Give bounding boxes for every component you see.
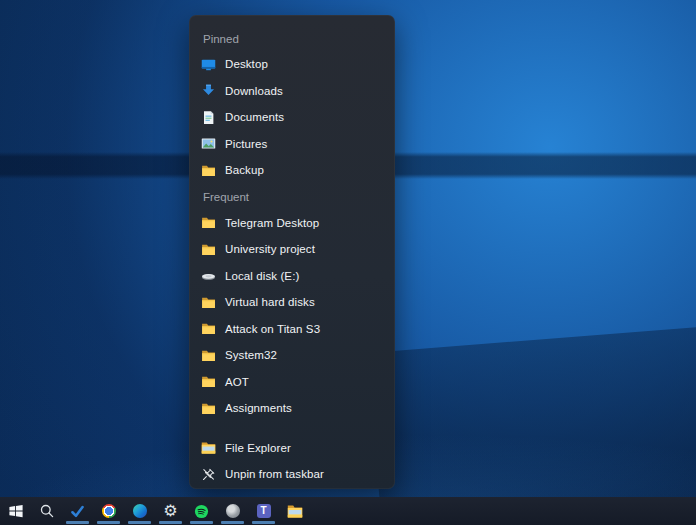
teams-icon: T [257,504,271,518]
taskbar-file-explorer-button[interactable] [279,497,310,525]
running-indicator [159,521,182,524]
jumplist-item-label: AOT [225,376,249,388]
jumplist-item-aot[interactable]: AOT [189,369,395,396]
jumplist-item-label: Virtual hard disks [225,296,315,308]
folder-icon [201,321,216,336]
jumplist-item-assignments[interactable]: Assignments [189,395,395,422]
taskbar-spotify-button[interactable] [186,497,217,525]
jumplist-item-pictures[interactable]: Pictures [189,131,395,158]
jumplist-section-frequent: Frequent [189,184,395,210]
chrome-icon [102,504,116,518]
unpin-icon [201,467,216,482]
jumplist-item-telegram-desktop[interactable]: Telegram Desktop [189,210,395,237]
taskbar-search-button[interactable] [31,497,62,525]
running-indicator [128,521,151,524]
jumplist-item-file-explorer[interactable]: File Explorer [189,435,395,462]
taskbar-settings-button[interactable]: ⚙ [155,497,186,525]
jumplist-item-documents[interactable]: Documents [189,104,395,131]
folder-icon [201,163,216,178]
file-explorer-icon [287,503,303,519]
jumplist-item-local-disk-e[interactable]: Local disk (E:) [189,263,395,290]
gray-app-icon [226,504,240,518]
jumplist-item-label: Unpin from taskbar [225,468,324,480]
jumplist-item-desktop[interactable]: Desktop [189,51,395,78]
jumplist-item-system32[interactable]: System32 [189,342,395,369]
jumplist-section-pinned: Pinned [189,27,395,51]
jumplist-item-label: File Explorer [225,442,291,454]
jumplist-item-virtual-hard-disks[interactable]: Virtual hard disks [189,289,395,316]
jumplist-item-university-project[interactable]: University project [189,236,395,263]
taskbar-chrome-button[interactable] [93,497,124,525]
jumplist-item-label: Desktop [225,58,268,70]
desktop-screen: Pinned Desktop Downloads Documents Pictu… [0,0,696,525]
taskbar-start-button[interactable] [0,497,31,525]
jumplist-tasks-separator [189,422,395,435]
jumplist-item-label: University project [225,243,315,255]
jumplist-item-attack-on-titan-s3[interactable]: Attack on Titan S3 [189,316,395,343]
folder-icon [201,242,216,257]
running-indicator [190,521,213,524]
folder-icon [201,215,216,230]
downloads-icon [201,83,216,98]
jumplist-item-label: Downloads [225,85,283,97]
jumplist-item-label: Local disk (E:) [225,270,299,282]
running-indicator [252,521,275,524]
jumplist-item-label: Telegram Desktop [225,217,319,229]
spotify-icon [194,504,209,519]
taskbar-gray-app-button[interactable] [217,497,248,525]
jumplist-item-label: Pictures [225,138,267,150]
jumplist-item-backup[interactable]: Backup [189,157,395,184]
taskbar-edge-button[interactable] [124,497,155,525]
search-icon [39,503,55,519]
jumplist-item-label: Attack on Titan S3 [225,323,320,335]
running-indicator [97,521,120,524]
jumplist-item-label: Documents [225,111,284,123]
folder-icon [201,401,216,416]
running-indicator [66,521,89,524]
taskbar: ⚙ T [0,497,696,525]
jumplist-item-label: System32 [225,349,277,361]
documents-icon [201,110,216,125]
folder-icon [201,374,216,389]
jumplist-item-unpin-from-taskbar[interactable]: Unpin from taskbar [189,461,395,488]
drive-icon [201,268,216,283]
start-icon [8,503,24,519]
settings-gear-icon: ⚙ [163,503,177,519]
desktop-icon [201,57,216,72]
folder-icon [201,295,216,310]
pictures-icon [201,136,216,151]
jumplist-item-label: Backup [225,164,264,176]
checkmark-app-icon [70,504,85,519]
folder-icon [201,348,216,363]
edge-icon [133,504,147,518]
taskbar-checkmark-app-button[interactable] [62,497,93,525]
jumplist-panel: Pinned Desktop Downloads Documents Pictu… [189,15,395,489]
taskbar-teams-button[interactable]: T [248,497,279,525]
jumplist-item-label: Assignments [225,402,292,414]
file-explorer-icon [201,440,216,455]
running-indicator [221,521,244,524]
jumplist-item-downloads[interactable]: Downloads [189,78,395,105]
